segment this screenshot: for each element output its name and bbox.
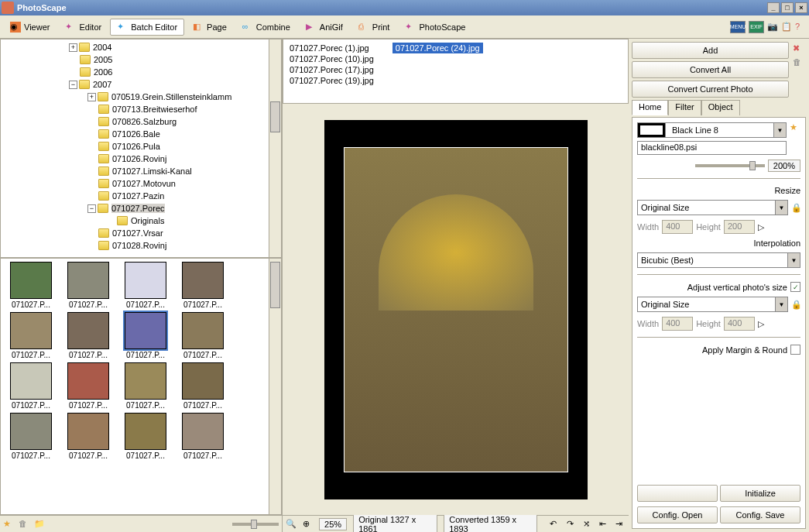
file-item[interactable]: 071027.Porec (19).jpg bbox=[286, 75, 377, 86]
first-icon[interactable]: ⇤ bbox=[599, 519, 609, 530]
shuffle-icon[interactable]: ⤨ bbox=[583, 519, 593, 530]
thumbnail[interactable]: 071027.P... bbox=[176, 262, 230, 309]
clipboard-icon[interactable]: 📋 bbox=[781, 22, 792, 33]
convert-current-button[interactable]: Convert Current Photo bbox=[632, 81, 789, 98]
file-item[interactable]: 071027.Porec (17).jpg bbox=[286, 64, 377, 75]
tree-item[interactable]: 071026.Rovinj bbox=[1, 153, 269, 165]
folder-open-icon[interactable]: 📁 bbox=[34, 519, 45, 530]
undo-icon[interactable]: ↶ bbox=[550, 519, 560, 530]
interpolation-dropdown[interactable]: Bicubic (Best)▼ bbox=[637, 252, 800, 268]
tab-home[interactable]: Home bbox=[632, 100, 668, 115]
tree-item[interactable]: 071027.Vrsar bbox=[1, 227, 269, 239]
scroll-thumb[interactable] bbox=[270, 101, 280, 132]
viewer-tab[interactable]: ◉Viewer bbox=[3, 19, 57, 36]
anigif-tab[interactable]: ▶AniGif bbox=[299, 19, 350, 36]
thumbnail[interactable]: 071027.P... bbox=[61, 413, 115, 460]
file-item-selected[interactable]: 071027.Porec (24).jpg bbox=[393, 43, 483, 53]
zoom-slider[interactable] bbox=[695, 164, 765, 167]
scrollbar[interactable] bbox=[269, 39, 281, 257]
triangle-icon[interactable]: ▷ bbox=[758, 319, 767, 328]
thumbnail[interactable]: 071027.P... bbox=[118, 362, 173, 410]
expand-icon[interactable]: + bbox=[87, 93, 96, 101]
tab-filter[interactable]: Filter bbox=[668, 100, 701, 115]
tree-item[interactable]: 2006 bbox=[1, 66, 269, 78]
tab-object[interactable]: Object bbox=[701, 100, 740, 115]
thumbnail[interactable]: 071027.P... bbox=[4, 262, 58, 309]
file-item[interactable]: 071027.Porec (1).jpg bbox=[286, 43, 377, 53]
zoom-fit-icon[interactable]: 🔍 bbox=[286, 519, 297, 530]
collapse-icon[interactable]: − bbox=[69, 81, 77, 89]
tree-item[interactable]: 071026.Pula bbox=[1, 140, 269, 153]
tree-item[interactable]: Originals bbox=[1, 215, 269, 227]
frame-dropdown[interactable]: Black Line 8 ▼ bbox=[637, 122, 787, 138]
close-button[interactable]: × bbox=[795, 2, 807, 13]
lock-icon[interactable]: 🔒 bbox=[791, 203, 800, 212]
star-icon[interactable]: ★ bbox=[790, 122, 800, 133]
thumbnail[interactable]: 071027.P... bbox=[61, 312, 115, 359]
thumbnail[interactable]: 071027.P... bbox=[4, 413, 58, 460]
initialize-button[interactable]: Initialize bbox=[720, 485, 800, 502]
expand-icon[interactable]: + bbox=[69, 43, 77, 52]
delete-icon[interactable]: ✖ bbox=[793, 43, 804, 54]
thumbnail[interactable]: 071027.P... bbox=[118, 413, 173, 460]
tree-item[interactable]: 070826.Salzburg bbox=[1, 115, 269, 128]
thumbnail[interactable]: 071027.P... bbox=[61, 262, 115, 309]
tree-item[interactable]: 071026.Bale bbox=[1, 128, 269, 140]
add-button[interactable]: Add bbox=[632, 42, 789, 59]
chevron-down-icon[interactable]: ▼ bbox=[773, 123, 786, 137]
scrollbar[interactable] bbox=[269, 259, 281, 514]
tree-item-selected[interactable]: −071027.Porec bbox=[1, 202, 269, 215]
print-tab[interactable]: ⎙Print bbox=[351, 19, 397, 36]
thumbnail[interactable]: 071027.P... bbox=[118, 312, 173, 359]
config-open-button[interactable]: Config. Open bbox=[637, 506, 718, 523]
thumbnail[interactable]: 071027.P... bbox=[61, 362, 115, 410]
file-item[interactable]: 071027.Porec (10).jpg bbox=[286, 53, 377, 64]
lock-icon[interactable]: 🔒 bbox=[791, 300, 800, 309]
triangle-icon[interactable]: ▷ bbox=[758, 222, 767, 232]
combine-tab[interactable]: ∞Combine bbox=[235, 19, 297, 36]
thumbnail[interactable]: 071027.P... bbox=[176, 312, 230, 359]
page-tab[interactable]: ◧Page bbox=[186, 19, 234, 36]
trash-icon[interactable]: 🗑 bbox=[793, 57, 804, 68]
tree-item[interactable]: 071027.Motovun bbox=[1, 177, 269, 190]
slider-thumb[interactable] bbox=[749, 161, 756, 170]
thumbnail[interactable]: 071027.P... bbox=[176, 413, 230, 460]
tree-item[interactable]: 071028.Rovinj bbox=[1, 239, 269, 252]
config-save-button[interactable]: Config. Save bbox=[720, 506, 800, 523]
minimize-button[interactable]: _ bbox=[767, 2, 780, 13]
editor-tab[interactable]: ✦Editor bbox=[58, 19, 108, 36]
blank-button[interactable] bbox=[637, 485, 718, 502]
thumbnail[interactable]: 071027.P... bbox=[4, 312, 58, 359]
menu-button[interactable]: MENU bbox=[730, 21, 746, 33]
vertical-size-dropdown[interactable]: Original Size▼ bbox=[637, 297, 788, 312]
last-icon[interactable]: ⇥ bbox=[615, 519, 626, 530]
thumbnail[interactable]: 071027.P... bbox=[4, 362, 58, 410]
thumbnail[interactable]: 071027.P... bbox=[118, 262, 173, 309]
tree-item[interactable]: +070519.Grein.Stillensteinklamm bbox=[1, 91, 269, 103]
redo-icon[interactable]: ↷ bbox=[567, 519, 577, 530]
tree-item[interactable]: +2004 bbox=[1, 41, 269, 53]
chevron-down-icon[interactable]: ▼ bbox=[775, 201, 787, 215]
slider-thumb[interactable] bbox=[251, 520, 257, 529]
resize-dropdown[interactable]: Original Size▼ bbox=[637, 200, 788, 215]
scroll-thumb[interactable] bbox=[270, 262, 280, 308]
collapse-icon[interactable]: − bbox=[87, 204, 96, 213]
frame-file-input[interactable]: blackline08.psi bbox=[637, 141, 787, 155]
tree-item[interactable]: 071027.Limski-Kanal bbox=[1, 165, 269, 177]
zoom-in-icon[interactable]: ⊕ bbox=[303, 519, 313, 530]
tree-item[interactable]: 070713.Breitwieserhof bbox=[1, 103, 269, 115]
tree-item[interactable]: −2007 bbox=[1, 78, 269, 91]
batch-editor-tab[interactable]: ✦Batch Editor bbox=[110, 19, 184, 36]
star-icon[interactable]: ★ bbox=[3, 519, 14, 530]
help-icon[interactable]: ? bbox=[795, 22, 806, 33]
tree-item[interactable]: 2005 bbox=[1, 53, 269, 66]
apply-margin-checkbox[interactable] bbox=[790, 345, 800, 355]
maximize-button[interactable]: □ bbox=[781, 2, 794, 13]
exif-button[interactable]: EXIF bbox=[749, 21, 764, 33]
camera-icon[interactable]: 📷 bbox=[767, 22, 778, 33]
trash-icon[interactable]: 🗑 bbox=[19, 519, 29, 530]
chevron-down-icon[interactable]: ▼ bbox=[775, 297, 787, 311]
convert-all-button[interactable]: Convert All bbox=[632, 61, 789, 78]
thumbnail[interactable]: 071027.P... bbox=[176, 362, 230, 410]
tree-item[interactable]: 071027.Pazin bbox=[1, 190, 269, 202]
